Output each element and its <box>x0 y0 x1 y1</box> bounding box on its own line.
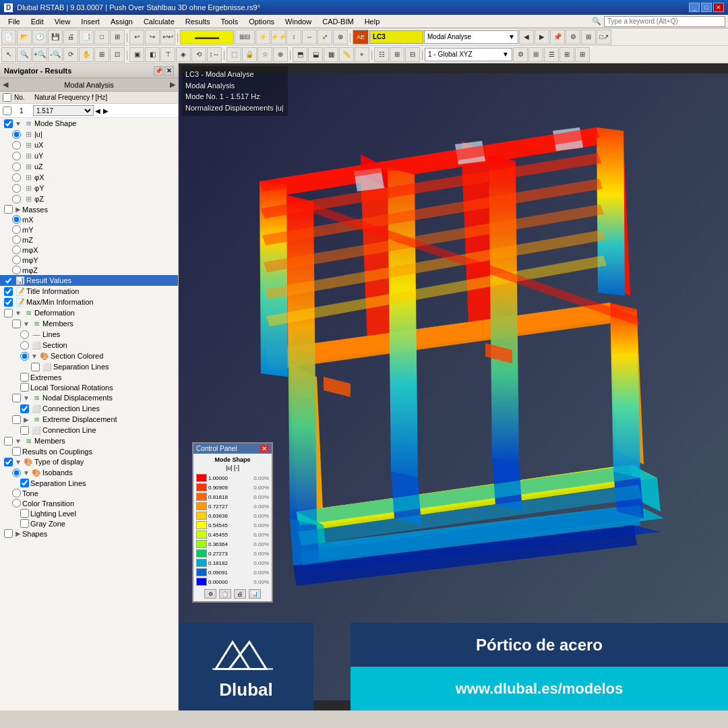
nav-prev[interactable]: ◀ <box>519 30 534 44</box>
tree-mphiz[interactable]: mφZ <box>0 265 178 275</box>
cp-settings-btn[interactable]: ⚙ <box>204 589 216 599</box>
tree-uz[interactable]: ⊞ uZ <box>0 161 178 172</box>
nav-back-arrow[interactable]: ◀ <box>3 80 8 89</box>
tb2-i[interactable]: ⬓ <box>308 47 323 62</box>
lines-radio[interactable] <box>20 330 29 339</box>
tb2-c[interactable]: ⟲ <box>191 47 206 62</box>
tree-result-values[interactable]: 📊 Result Values <box>0 275 178 286</box>
tree-phix[interactable]: ⊞ φX <box>0 172 178 183</box>
rotate-button[interactable]: ⟳ <box>63 47 78 62</box>
select-button[interactable]: ⬚ <box>226 47 241 62</box>
sep-lines2-checkbox[interactable] <box>20 479 29 487</box>
tree-extremes[interactable]: Extremes <box>0 372 178 382</box>
section-radio[interactable] <box>20 341 29 350</box>
phiz-radio[interactable] <box>12 195 21 204</box>
maxmin-info-checkbox[interactable] <box>4 298 13 307</box>
tb-btn-f[interactable]: ⚡ <box>255 30 270 44</box>
print-button[interactable]: 🖨 <box>63 30 78 44</box>
zoom-out-button[interactable]: -🔍 <box>48 47 63 62</box>
members2-checkbox[interactable] <box>4 437 13 446</box>
redo-button[interactable]: ↪ <box>145 30 160 44</box>
tree-isobands[interactable]: ▼ 🎨 Isobands <box>0 467 178 478</box>
menu-cad-bim[interactable]: CAD-BIM <box>317 16 359 27</box>
extremes-checkbox[interactable] <box>20 373 29 382</box>
cp-copy-btn[interactable]: 📋 <box>219 589 231 599</box>
tree-maxmin-info[interactable]: 📝 Max/Min Information <box>0 297 178 307</box>
masses-checkbox[interactable] <box>4 205 13 214</box>
tb2-b[interactable]: ⊡ <box>110 47 125 62</box>
tree-u-abs[interactable]: ⊞ |u| <box>0 129 178 140</box>
uy-radio[interactable] <box>12 152 21 160</box>
members2-expand[interactable]: ▼ <box>14 437 22 445</box>
conn-line-checkbox[interactable] <box>20 426 29 435</box>
tree-uy[interactable]: ⊞ uY <box>0 150 178 161</box>
print2-button[interactable]: 📑 <box>79 30 94 44</box>
pan-button[interactable]: ✋ <box>79 47 94 62</box>
mphiy-radio[interactable] <box>12 255 21 264</box>
section-colored-radio[interactable] <box>20 352 29 361</box>
tree-ux[interactable]: ⊞ uX <box>0 140 178 150</box>
tb2-r[interactable]: ⊞ <box>575 47 590 62</box>
tb2-l[interactable]: ☷ <box>374 47 389 62</box>
tree-sep-lines2[interactable]: Separation Lines <box>0 478 178 488</box>
tb-btn-g[interactable]: ⚡⚡ <box>271 30 286 44</box>
coordinate-system[interactable]: 1 - Global XYZ ▼ <box>425 48 512 61</box>
tree-mz[interactable]: mZ <box>0 235 178 245</box>
options-button[interactable]: ⚙ <box>566 30 580 44</box>
tb2-g[interactable]: ⊗ <box>273 47 288 62</box>
tree-members2[interactable]: ▼ ≋ Members <box>0 435 178 446</box>
tree-lines[interactable]: — Lines <box>0 329 178 340</box>
isobands-expand[interactable]: ▼ <box>22 468 30 477</box>
tree-color-transition[interactable]: Color Transition <box>0 498 178 508</box>
view-side[interactable]: ◧ <box>145 47 160 62</box>
tree-deformation[interactable]: ▼ ≋ Deformation <box>0 307 178 318</box>
section-colored-expand[interactable]: ▼ <box>30 352 38 360</box>
menu-edit[interactable]: Edit <box>26 16 49 27</box>
tb-btn-h[interactable]: ↕ <box>286 30 301 44</box>
freq-checkbox[interactable] <box>3 107 11 115</box>
tb2-n[interactable]: ⊟ <box>405 47 420 62</box>
tb2-j[interactable]: ▦ <box>324 47 338 62</box>
tree-section[interactable]: ⬜ Section <box>0 340 178 351</box>
new-button[interactable]: 📄 <box>1 30 16 44</box>
nodal-displ-checkbox[interactable] <box>12 394 21 402</box>
members-def-expand[interactable]: ▼ <box>22 320 30 328</box>
mz-radio[interactable] <box>12 235 21 244</box>
u-abs-radio[interactable] <box>12 130 21 139</box>
maximize-button[interactable]: □ <box>701 3 712 12</box>
tree-my[interactable]: mY <box>0 224 178 235</box>
phix-radio[interactable] <box>12 173 21 182</box>
color-transition-radio[interactable] <box>12 499 21 508</box>
shapes-checkbox[interactable] <box>4 529 13 538</box>
tb-btn-e[interactable]: ⊞⊟ <box>235 30 255 44</box>
menu-tools[interactable]: Tools <box>215 16 243 27</box>
uz-radio[interactable] <box>12 162 21 171</box>
conn-lines-checkbox[interactable] <box>20 404 29 413</box>
menu-assign[interactable]: Assign <box>105 16 138 27</box>
tree-mode-shape[interactable]: ▼ ≋ Mode Shape <box>0 118 178 129</box>
tb2-k[interactable]: ⌖ <box>355 47 369 62</box>
menu-window[interactable]: Window <box>280 16 317 27</box>
tree-title-info[interactable]: 📝 Title Information <box>0 286 178 297</box>
cs-settings[interactable]: ⚙ <box>513 47 528 62</box>
tone-radio[interactable] <box>12 489 21 497</box>
tree-separation-lines[interactable]: ⬜ Separation Lines <box>0 361 178 372</box>
local-torsional-checkbox[interactable] <box>20 383 29 392</box>
tb-btn-c[interactable]: ↩↩ <box>160 30 175 44</box>
tree-phiy[interactable]: ⊞ φY <box>0 183 178 193</box>
cp-print-btn[interactable]: 🖨 <box>234 589 246 599</box>
mode-shape-checkbox[interactable] <box>4 119 13 128</box>
result-values-checkbox[interactable] <box>4 276 13 285</box>
tb2-o[interactable]: ⊞ <box>528 47 543 62</box>
tb-btn-j[interactable]: ⤢ <box>317 30 332 44</box>
tb2-d[interactable]: ↕↔ <box>207 47 222 62</box>
deformation-expand[interactable]: ▼ <box>14 309 22 317</box>
tb2-a[interactable]: ⊞ <box>94 47 109 62</box>
tree-mx[interactable]: mX <box>0 214 178 224</box>
tree-masses[interactable]: ▶ Masses <box>0 204 178 214</box>
phiy-radio[interactable] <box>12 184 21 193</box>
tb2-h[interactable]: ⬒ <box>293 47 307 62</box>
nav-next[interactable]: ▶ <box>535 30 549 44</box>
tree-conn-lines[interactable]: ⬜ Connection Lines <box>0 403 178 414</box>
tb-btn-d[interactable]: ▬▬▬▬ <box>180 30 234 44</box>
